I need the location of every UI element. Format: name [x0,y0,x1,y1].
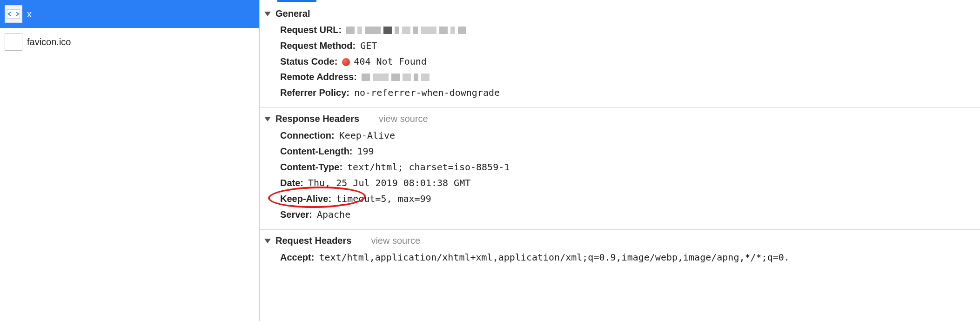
value: text/html,application/xhtml+xml,applicat… [319,252,789,263]
row-connection: Connection: Keep-Alive [260,128,980,144]
chevron-down-icon [264,117,271,121]
row-date: Date: Thu, 25 Jul 2019 08:01:38 GMT [260,175,980,191]
redacted-value [346,27,466,34]
section-request-headers: Request Headers view source Accept: text… [260,229,980,272]
chevron-down-icon [264,12,271,16]
value: 404 Not Found [342,56,427,67]
status-dot-icon [342,58,350,66]
value: Apache [317,209,350,220]
devtools-network-panel: x favicon.ico General Request URL: Reque… [0,0,980,321]
label: Content-Length [280,146,349,157]
row-content-length: Content-Length: 199 [260,144,980,160]
label: Status Code [280,56,335,67]
section-header-request[interactable]: Request Headers view source [260,235,980,250]
label: Request Method [280,40,353,51]
label: Referrer Policy [280,87,346,98]
label: Remote Address [280,72,354,82]
value: no-referrer-when-downgrade [354,87,500,98]
request-row-favicon[interactable]: favicon.ico [0,28,259,56]
row-accept: Accept: text/html,application/xhtml+xml,… [260,250,980,266]
label: Request URL [280,25,339,35]
row-keep-alive: Keep-Alive: timeout=5, max=99 [260,191,980,207]
row-remote-address: Remote Address: [260,70,980,85]
label: Date [280,178,300,188]
doc-code-icon [5,5,22,23]
request-name: x [27,9,32,20]
label: Accept [280,252,311,263]
chevron-down-icon [264,239,271,243]
redacted-value [362,74,430,81]
request-name: favicon.ico [27,37,71,47]
value: GET [360,40,377,51]
request-list: x favicon.ico [0,0,260,321]
row-status-code: Status Code: 404 Not Found [260,54,980,70]
row-request-url: Request URL: [260,23,980,38]
view-source-link[interactable]: view source [371,235,420,246]
section-title: General [275,8,310,19]
row-referrer-policy: Referrer Policy: no-referrer-when-downgr… [260,85,980,101]
section-title: Response Headers [275,114,359,124]
value: timeout=5, max=99 [336,193,431,204]
label: Content-Type [280,162,339,173]
value: Keep-Alive [339,130,395,141]
label: Server [280,209,309,220]
row-request-method: Request Method: GET [260,38,980,54]
section-general: General Request URL: Request Method: GET… [260,3,980,107]
row-content-type: Content-Type: text/html; charset=iso-885… [260,160,980,175]
blank-icon [5,33,22,51]
section-title: Request Headers [275,235,351,246]
section-response-headers: Response Headers view source Connection:… [260,107,980,229]
request-row-x[interactable]: x [0,0,259,28]
value: Thu, 25 Jul 2019 08:01:38 GMT [308,177,470,188]
value: 199 [357,146,374,157]
label: Connection [280,130,331,141]
headers-panel: General Request URL: Request Method: GET… [260,0,980,321]
row-server: Server: Apache [260,207,980,223]
view-source-link[interactable]: view source [379,114,428,124]
active-tab-indicator [277,0,316,2]
value: text/html; charset=iso-8859-1 [347,161,510,173]
section-header-response[interactable]: Response Headers view source [260,114,980,128]
label: Keep-Alive [280,194,328,204]
status-text: 404 Not Found [354,56,427,67]
section-header-general[interactable]: General [260,8,980,23]
